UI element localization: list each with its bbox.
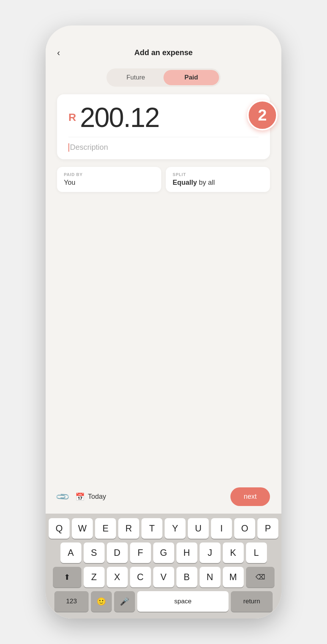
calendar-icon: 📅 [75,492,85,501]
toggle-future[interactable]: Future [108,70,164,85]
description-row[interactable]: Description [68,137,259,152]
key-v[interactable]: V [153,567,174,587]
split-card[interactable]: SPLIT Equally by all [166,167,270,192]
key-d[interactable]: D [107,542,128,563]
key-j[interactable]: J [200,542,221,563]
split-label: SPLIT [173,172,263,177]
date-text: Today [88,493,106,501]
back-button[interactable]: ‹ [57,48,60,58]
key-e[interactable]: E [95,518,116,539]
keyboard-row-3: ⬆ Z X C V B N M ⌫ [47,567,280,587]
key-z[interactable]: Z [84,567,105,587]
paid-by-label: PAID BY [64,172,154,177]
key-f[interactable]: F [130,542,151,563]
amount-row: R 200.12 [68,104,259,137]
key-g[interactable]: G [153,542,174,563]
key-y[interactable]: Y [165,518,186,539]
split-value-bold: Equally [173,179,197,186]
date-row[interactable]: 📅 Today [75,492,106,501]
page-title: Add an expense [134,48,192,57]
attach-icon[interactable]: 📎 [55,489,70,504]
description-placeholder: Description [70,143,108,152]
emoji-key[interactable]: 🙂 [91,591,112,612]
paid-by-card[interactable]: PAID BY You [57,167,161,192]
key-r[interactable]: R [118,518,139,539]
key-k[interactable]: K [223,542,244,563]
key-t[interactable]: T [141,518,162,539]
mic-key[interactable]: 🎤 [114,591,135,612]
key-n[interactable]: N [200,567,221,587]
split-value-rest: by all [197,179,215,186]
shift-key[interactable]: ⬆ [53,567,81,587]
phone-frame: ‹ Add an expense Future Paid R 200.12 2 [46,25,281,619]
app-content: ‹ Add an expense Future Paid R 200.12 2 [46,25,281,619]
return-key[interactable]: return [231,591,273,612]
numbers-key[interactable]: 123 [54,591,89,612]
key-w[interactable]: W [72,518,93,539]
keyboard-row-4: 123 🙂 🎤 space return [47,591,280,612]
keyboard-row-2: A S D F G H J K L [47,542,280,563]
split-value: Equally by all [173,179,263,187]
key-l[interactable]: L [246,542,267,563]
spacer [46,200,281,482]
keyboard: Q W E R T Y U I O P A S D F G [46,514,281,619]
phone-outer: ‹ Add an expense Future Paid R 200.12 2 [0,0,327,644]
backspace-key[interactable]: ⌫ [246,567,275,587]
toggle-container: Future Paid [46,65,281,94]
key-s[interactable]: S [84,542,105,563]
split-paid-row: PAID BY You SPLIT Equally by all [57,167,270,192]
key-q[interactable]: Q [49,518,70,539]
key-c[interactable]: C [130,567,151,587]
key-o[interactable]: O [234,518,255,539]
key-p[interactable]: P [257,518,278,539]
key-b[interactable]: B [176,567,197,587]
bottom-bar: 📎 📅 Today next [46,482,281,514]
text-cursor [68,143,69,152]
amount-card: R 200.12 2 Description [57,94,270,159]
amount-value[interactable]: 200.12 [80,104,159,131]
next-button[interactable]: next [230,487,270,506]
space-key[interactable]: space [137,591,229,612]
header: ‹ Add an expense [46,44,281,65]
key-i[interactable]: I [211,518,232,539]
key-u[interactable]: U [188,518,209,539]
step-badge: 2 [247,100,278,130]
key-h[interactable]: H [176,542,197,563]
toggle-paid[interactable]: Paid [164,70,219,85]
key-a[interactable]: A [60,542,81,563]
key-x[interactable]: X [107,567,128,587]
toggle-pill: Future Paid [106,68,221,87]
key-m[interactable]: M [223,567,244,587]
paid-by-value: You [64,179,154,187]
keyboard-row-1: Q W E R T Y U I O P [47,518,280,539]
currency-symbol: R [68,112,76,123]
